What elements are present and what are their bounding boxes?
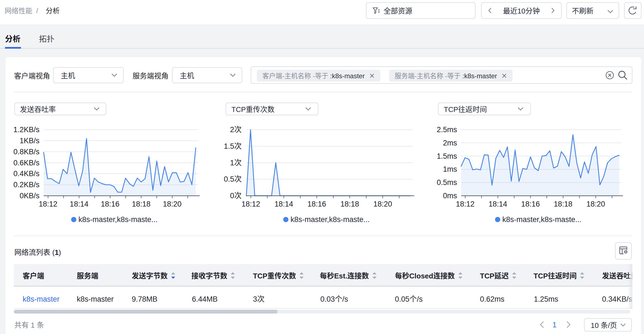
svg-text:18:16: 18:16	[521, 198, 540, 209]
svg-text:0.5ms: 0.5ms	[437, 176, 457, 187]
svg-text:0KB/s: 0KB/s	[20, 190, 39, 200]
svg-text:k8s-master,k8s-maste...: k8s-master,k8s-maste...	[78, 213, 158, 224]
svg-text:1.5ms: 1.5ms	[437, 150, 457, 161]
svg-text:18:14: 18:14	[275, 198, 293, 209]
svg-text:18:18: 18:18	[554, 198, 572, 209]
svg-text:0.2KB/s: 0.2KB/s	[13, 179, 39, 189]
svg-text:0.6KB/s: 0.6KB/s	[13, 157, 39, 168]
svg-text:0.5次: 0.5次	[224, 173, 242, 184]
svg-text:1次: 1次	[230, 157, 242, 168]
svg-text:0次: 0次	[230, 190, 242, 200]
svg-text:18:18: 18:18	[341, 198, 359, 209]
svg-text:2.5ms: 2.5ms	[437, 124, 457, 134]
svg-text:1.2KB/s: 1.2KB/s	[13, 124, 39, 134]
svg-text:18:12: 18:12	[39, 198, 57, 209]
svg-text:1ms: 1ms	[443, 163, 457, 174]
svg-text:18:20: 18:20	[163, 198, 182, 209]
svg-text:0ms: 0ms	[443, 190, 457, 200]
svg-text:18:14: 18:14	[70, 198, 89, 209]
svg-text:18:20: 18:20	[373, 198, 392, 209]
svg-text:2次: 2次	[230, 124, 242, 134]
svg-text:k8s-master,k8s-maste...: k8s-master,k8s-maste...	[291, 213, 370, 224]
svg-text:18:20: 18:20	[587, 198, 605, 209]
svg-text:1KB/s: 1KB/s	[20, 135, 39, 145]
svg-text:1: 1	[552, 320, 556, 329]
svg-text:18:12: 18:12	[242, 198, 260, 209]
svg-text:k8s-master,k8s-maste...: k8s-master,k8s-maste...	[502, 213, 582, 224]
svg-text:18:16: 18:16	[101, 198, 120, 209]
svg-text:18:16: 18:16	[307, 198, 326, 209]
svg-text:18:14: 18:14	[489, 198, 507, 209]
svg-text:0.8KB/s: 0.8KB/s	[13, 146, 39, 156]
svg-text:0.4KB/s: 0.4KB/s	[13, 168, 39, 178]
svg-text:18:12: 18:12	[456, 198, 475, 209]
svg-text:2ms: 2ms	[443, 137, 457, 148]
svg-text:18:18: 18:18	[132, 198, 151, 209]
svg-text:1.5次: 1.5次	[224, 140, 242, 151]
